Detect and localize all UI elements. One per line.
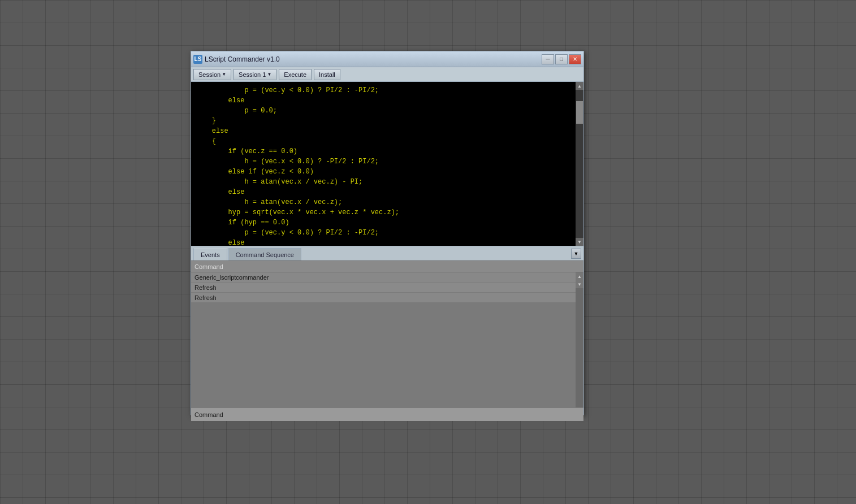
events-scroll-up-arrow-icon[interactable]: ▲ (576, 272, 583, 280)
restore-button[interactable]: □ (555, 54, 568, 64)
window-title: LScript Commander v1.0 (205, 55, 280, 63)
scrollbar-thumb[interactable] (576, 101, 583, 124)
code-vertical-scrollbar[interactable]: ▲ ▼ (576, 82, 583, 246)
tab-events-label: Events (201, 251, 220, 258)
scrollbar-down-arrow-icon[interactable]: ▼ (576, 238, 583, 246)
events-list: Generic_lscriptcommander Refresh Refresh (191, 272, 583, 303)
events-panel: Command Generic_lscriptcommander Refresh… (191, 260, 583, 407)
scrollbar-up-arrow-icon[interactable]: ▲ (576, 82, 583, 90)
session1-dropdown-button[interactable]: Session 1 ▼ (234, 69, 276, 80)
list-item-text: Refresh (194, 294, 217, 301)
toolbar: Session ▼ Session 1 ▼ Execute Install (191, 67, 583, 82)
events-header-label: Command (194, 263, 223, 270)
session1-label: Session 1 (239, 71, 266, 78)
list-item[interactable]: Refresh (191, 283, 583, 293)
app-icon: LS (193, 55, 202, 64)
events-scroll-down-arrow-icon[interactable]: ▼ (576, 280, 583, 288)
command-bar: Command (191, 407, 583, 421)
install-button[interactable]: Install (314, 69, 340, 80)
title-bar: LS LScript Commander v1.0 ─ □ ✕ (191, 51, 583, 67)
minimize-button[interactable]: ─ (542, 54, 554, 64)
code-content: p = (vec.y < 0.0) ? PI/2 : -PI/2; else p… (191, 82, 583, 246)
app-icon-label: LS (194, 56, 202, 62)
tab-command-sequence-label: Command Sequence (236, 251, 294, 258)
list-item[interactable]: Generic_lscriptcommander (191, 272, 583, 283)
session-dropdown-button[interactable]: Session ▼ (193, 69, 231, 80)
title-bar-left: LS LScript Commander v1.0 (193, 55, 280, 64)
close-button[interactable]: ✕ (569, 54, 581, 64)
main-window: LS LScript Commander v1.0 ─ □ ✕ Session … (191, 51, 584, 415)
tab-dropdown-button[interactable]: ▼ (571, 249, 581, 259)
events-vertical-scrollbar[interactable]: ▲ ▼ (576, 272, 583, 407)
list-item[interactable]: Refresh (191, 293, 583, 303)
code-editor[interactable]: p = (vec.y < 0.0) ? PI/2 : -PI/2; else p… (191, 82, 583, 246)
tab-events[interactable]: Events (193, 248, 227, 260)
title-bar-buttons: ─ □ ✕ (542, 54, 581, 64)
list-item-text: Generic_lscriptcommander (194, 274, 269, 281)
command-bar-label: Command (194, 411, 223, 418)
execute-button[interactable]: Execute (279, 69, 312, 80)
list-item-text: Refresh (194, 284, 217, 291)
tabs-area: Events Command Sequence ▼ (191, 246, 583, 260)
session-label: Session (198, 71, 221, 78)
events-header: Command (191, 261, 583, 272)
session1-dropdown-arrow-icon: ▼ (267, 72, 271, 77)
session-dropdown-arrow-icon: ▼ (222, 72, 226, 77)
tab-command-sequence[interactable]: Command Sequence (228, 248, 301, 260)
